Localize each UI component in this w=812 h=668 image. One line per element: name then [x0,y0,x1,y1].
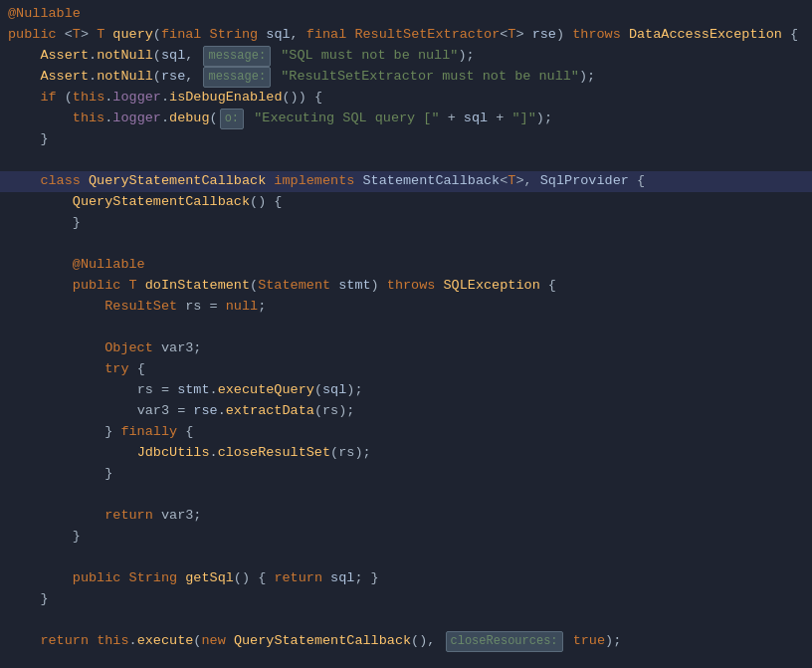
annotation-nullable: @Nullable [8,4,81,25]
line-7: } [0,129,812,150]
line-31: return this . execute ( new QueryStateme… [0,631,812,652]
line-19: rs = stmt . executeQuery ( sql ); [0,380,812,401]
line-12 [0,234,812,255]
line-17: Object var3; [0,338,812,359]
line-29: } [0,589,812,610]
line-20: var3 = rse . extractData (rs); [0,401,812,422]
line-27 [0,548,812,568]
line-30 [0,610,812,631]
line-4: Assert . notNull ( rse , message: "Resul… [0,67,812,88]
line-21: } finally { [0,422,812,443]
line-26: } [0,527,812,548]
line-9: class QueryStatementCallback implements … [0,171,812,192]
line-16 [0,318,812,338]
line-5: if ( this . logger . isDebugEnabled ()) … [0,88,812,109]
line-6: this . logger . debug ( o: "Executing SQ… [0,109,812,129]
hint-o: o: [220,109,244,129]
line-15: ResultSet rs = null ; [0,297,812,318]
line-3: Assert . notNull ( sql , message: "SQL m… [0,46,812,67]
line-14: public T doInStatement ( Statement stmt … [0,276,812,297]
line-23: } [0,464,812,485]
line-8 [0,150,812,171]
line-10: QueryStatementCallback () { [0,192,812,213]
line-1: @Nullable [0,4,812,25]
line-24 [0,485,812,506]
line-11: } [0,213,812,234]
hint-message-sql: message: [203,46,271,67]
code-editor: @Nullable public < T > T query ( final S… [0,0,812,668]
hint-close-resources: closeResources: [446,631,563,652]
hint-message-rse: message: [203,67,271,88]
line-28: public String getSql () { return sql ; } [0,568,812,589]
line-18: try { [0,359,812,380]
line-25: return var3; [0,506,812,527]
line-22: JdbcUtils . closeResultSet (rs); [0,443,812,464]
line-13: @Nullable [0,255,812,276]
line-2: public < T > T query ( final String sql … [0,25,812,46]
